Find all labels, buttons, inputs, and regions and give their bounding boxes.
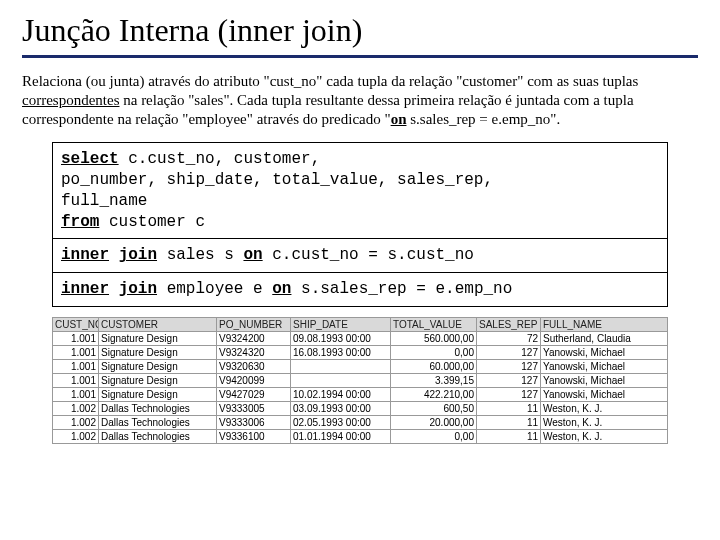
table-cell: Dallas Technologies (99, 430, 217, 444)
select-cols-3: full_name (61, 191, 659, 212)
table-cell: Weston, K. J. (541, 430, 668, 444)
description-paragraph: Relaciona (ou junta) através do atributo… (22, 72, 698, 128)
table-cell: 1.002 (53, 416, 99, 430)
kw-select: select (61, 150, 119, 168)
table-cell: 60.000,00 (391, 360, 477, 374)
table-row: 1.001Signature DesignV932420009.08.1993 … (53, 332, 668, 346)
table-row: 1.001Signature DesignV942702910.02.1994 … (53, 388, 668, 402)
table-cell: Signature Design (99, 332, 217, 346)
join-mid-1: sales s (157, 246, 243, 264)
table-cell: Dallas Technologies (99, 416, 217, 430)
table-header-cell: TOTAL_VALUE (391, 318, 477, 332)
select-cols-1: c.cust_no, customer, (119, 150, 321, 168)
table-cell: 560.000,00 (391, 332, 477, 346)
table-cell: V9333005 (217, 402, 291, 416)
result-table: CUST_NOCUSTOMERPO_NUMBERSHIP_DATETOTAL_V… (52, 317, 668, 444)
table-cell: 3.399,15 (391, 374, 477, 388)
table-cell: 1.001 (53, 332, 99, 346)
table-row: 1.002Dallas TechnologiesV933300602.05.19… (53, 416, 668, 430)
kw-join-1: join (119, 246, 157, 264)
table-cell: 0,00 (391, 430, 477, 444)
join-mid-2: employee e (157, 280, 272, 298)
table-cell: 127 (477, 346, 541, 360)
table-cell: Dallas Technologies (99, 402, 217, 416)
page-title: Junção Interna (inner join) (22, 12, 698, 58)
kw-on-1: on (243, 246, 262, 264)
table-cell: Yanowski, Michael (541, 388, 668, 402)
table-cell: 127 (477, 360, 541, 374)
table-header-row: CUST_NOCUSTOMERPO_NUMBERSHIP_DATETOTAL_V… (53, 318, 668, 332)
table-cell: 422.210,00 (391, 388, 477, 402)
kw-inner-2: inner (61, 280, 109, 298)
table-cell: 1.002 (53, 402, 99, 416)
table-header-cell: SALES_REP (477, 318, 541, 332)
table-cell: 03.09.1993 00:00 (291, 402, 391, 416)
table-cell: V9333006 (217, 416, 291, 430)
table-header-cell: PO_NUMBER (217, 318, 291, 332)
table-cell: 11 (477, 416, 541, 430)
table-cell: 16.08.1993 00:00 (291, 346, 391, 360)
table-header-cell: CUST_NO (53, 318, 99, 332)
table-header-cell: SHIP_DATE (291, 318, 391, 332)
table-row: 1.002Dallas TechnologiesV933610001.01.19… (53, 430, 668, 444)
table-cell: Yanowski, Michael (541, 374, 668, 388)
from-rest: customer c (99, 213, 205, 231)
table-row: 1.001Signature DesignV94200993.399,15127… (53, 374, 668, 388)
kw-from: from (61, 213, 99, 231)
table-cell: 1.001 (53, 374, 99, 388)
table-cell: Signature Design (99, 374, 217, 388)
table-cell: V9427029 (217, 388, 291, 402)
table-cell: V9324200 (217, 332, 291, 346)
table-cell: 0,00 (391, 346, 477, 360)
table-cell: 11 (477, 402, 541, 416)
table-cell: Weston, K. J. (541, 402, 668, 416)
table-row: 1.001Signature DesignV932432016.08.1993 … (53, 346, 668, 360)
table-cell: 02.05.1993 00:00 (291, 416, 391, 430)
kw-inner-1: inner (61, 246, 109, 264)
table-cell: 10.02.1994 00:00 (291, 388, 391, 402)
table-cell: V9336100 (217, 430, 291, 444)
table-row: 1.002Dallas TechnologiesV933300503.09.19… (53, 402, 668, 416)
join-rest-2: s.sales_rep = e.emp_no (291, 280, 512, 298)
table-cell: 1.002 (53, 430, 99, 444)
sql-join-block-2: inner join employee e on s.sales_rep = e… (53, 272, 667, 306)
table-cell: 1.001 (53, 360, 99, 374)
table-cell: 11 (477, 430, 541, 444)
table-cell: 09.08.1993 00:00 (291, 332, 391, 346)
table-cell: 72 (477, 332, 541, 346)
table-cell: Sutherland, Claudia (541, 332, 668, 346)
table-cell (291, 360, 391, 374)
table-row: 1.001Signature DesignV932063060.000,0012… (53, 360, 668, 374)
join-rest-1: c.cust_no = s.cust_no (263, 246, 474, 264)
select-cols-2: po_number, ship_date, total_value, sales… (61, 170, 659, 191)
table-body: 1.001Signature DesignV932420009.08.1993 … (53, 332, 668, 444)
table-cell: 600,50 (391, 402, 477, 416)
table-cell: V9420099 (217, 374, 291, 388)
table-cell: Yanowski, Michael (541, 360, 668, 374)
table-header-cell: FULL_NAME (541, 318, 668, 332)
table-cell: 20.000,00 (391, 416, 477, 430)
kw-join-2: join (119, 280, 157, 298)
table-cell: V9320630 (217, 360, 291, 374)
table-cell: 1.001 (53, 346, 99, 360)
kw-on-2: on (272, 280, 291, 298)
table-cell: 127 (477, 374, 541, 388)
table-cell (291, 374, 391, 388)
table-header-cell: CUSTOMER (99, 318, 217, 332)
sql-join-block-1: inner join sales s on c.cust_no = s.cust… (53, 238, 667, 272)
sql-code-box: select c.cust_no, customer, po_number, s… (52, 142, 668, 307)
table-cell: Signature Design (99, 388, 217, 402)
table-cell: V9324320 (217, 346, 291, 360)
table-cell: 01.01.1994 00:00 (291, 430, 391, 444)
table-cell: Signature Design (99, 346, 217, 360)
table-cell: Yanowski, Michael (541, 346, 668, 360)
table-cell: 1.001 (53, 388, 99, 402)
table-cell: Weston, K. J. (541, 416, 668, 430)
sql-select-block: select c.cust_no, customer, po_number, s… (53, 143, 667, 238)
table-cell: 127 (477, 388, 541, 402)
table-cell: Signature Design (99, 360, 217, 374)
